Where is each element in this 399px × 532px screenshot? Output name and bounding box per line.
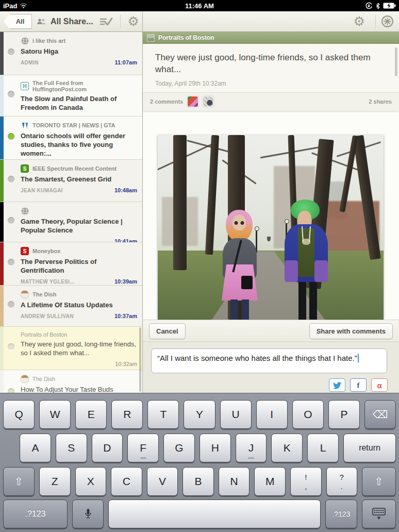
key-i[interactable]: I — [256, 400, 288, 429]
back-button-label: All — [16, 18, 25, 25]
slate-icon: S — [21, 247, 29, 255]
numbers-key[interactable]: .?123 — [3, 500, 68, 528]
key-c[interactable]: C — [111, 467, 142, 496]
key-p[interactable]: P — [328, 400, 360, 429]
key-exclaim-comma[interactable]: !, — [290, 467, 322, 496]
dictation-key[interactable] — [72, 500, 104, 528]
timestamp: 10:32am — [115, 361, 137, 367]
twitter-share-button[interactable] — [329, 378, 345, 392]
feed-name: TORONTO STAR | NEWS | GTA — [32, 122, 115, 128]
key-z[interactable]: Z — [39, 467, 71, 496]
list-item[interactable]: The Dish How To Adjust Your Taste Buds — [0, 370, 142, 393]
key-b[interactable]: B — [182, 467, 214, 496]
timestamp: 10:48am — [114, 187, 137, 193]
battery-charging-icon — [383, 3, 396, 9]
author: JEAN KUMAGAI — [21, 188, 63, 193]
share-toolbar: Cancel Share with comments — [143, 320, 399, 342]
key-l[interactable]: L — [307, 434, 339, 462]
list-item[interactable]: i like this art Satoru Higa ADMIN11:07am — [0, 32, 142, 75]
feed-color-stripe — [0, 117, 4, 159]
feed-color-stripe — [0, 286, 4, 326]
commenter-avatar[interactable] — [203, 96, 214, 107]
key-m[interactable]: M — [254, 467, 286, 496]
comment-input[interactable]: “All I want is someone who hates all the… — [151, 348, 387, 373]
onscreen-keyboard: Q W E R T Y U I O P ⌫ A S D F G H J K L … — [0, 393, 399, 532]
sidebar-scrollbar[interactable] — [139, 327, 141, 392]
numbers-key[interactable]: .?123 — [325, 500, 357, 528]
dismiss-keyboard-key[interactable] — [362, 500, 396, 528]
gear-icon[interactable]: ⚙ — [128, 15, 139, 28]
nav-bar: All All Share... ⚙ ⚙ — [0, 11, 399, 32]
article-title: They were just good, long-time friends, … — [21, 340, 137, 358]
key-o[interactable]: O — [292, 400, 324, 429]
key-v[interactable]: V — [147, 467, 178, 496]
key-d[interactable]: D — [92, 434, 123, 462]
mark-all-read-icon[interactable] — [99, 17, 113, 26]
key-j[interactable]: J — [236, 434, 267, 462]
shares-count[interactable]: 2 shares — [369, 98, 392, 105]
key-question-period[interactable]: ?. — [326, 467, 358, 496]
unread-dot — [8, 388, 14, 393]
list-item-selected[interactable]: Portraits of Boston They were just good,… — [0, 327, 142, 370]
facebook-share-button[interactable]: f — [350, 378, 367, 392]
feed-color-stripe — [0, 160, 4, 202]
key-q[interactable]: Q — [3, 400, 35, 429]
microphone-icon — [85, 508, 92, 520]
globe-icon — [21, 37, 29, 45]
key-n[interactable]: N — [219, 467, 250, 496]
key-h[interactable]: H — [200, 434, 231, 462]
list-item[interactable]: SMoneybox The Perverse Politics of Gentr… — [0, 242, 142, 286]
cancel-button[interactable]: Cancel — [149, 323, 186, 339]
return-key[interactable]: return — [343, 434, 396, 462]
key-k[interactable]: K — [271, 434, 303, 462]
feed-color-stripe — [0, 327, 4, 370]
timestamp: 10:37am — [114, 313, 137, 319]
key-r[interactable]: R — [111, 400, 143, 429]
article-header: They were just good, long-time friends, … — [143, 44, 399, 92]
gear-icon[interactable]: ⚙ — [354, 15, 365, 28]
key-a[interactable]: A — [20, 434, 51, 462]
key-u[interactable]: U — [220, 400, 252, 429]
list-item[interactable]: SIEEE Spectrum Recent Content The Smarte… — [0, 160, 142, 202]
compass-icon[interactable] — [381, 15, 394, 28]
key-t[interactable]: T — [147, 400, 179, 429]
space-key[interactable] — [108, 500, 321, 528]
article-meta-row: 2 comments 2 shares — [143, 92, 399, 111]
feed-color-stripe — [0, 370, 4, 393]
feed-color-stripe — [0, 75, 4, 116]
list-title: All Share... — [51, 17, 93, 26]
backspace-key[interactable]: ⌫ — [364, 400, 396, 429]
comments-count[interactable]: 2 comments — [150, 98, 183, 105]
dish-dog-icon — [21, 290, 29, 298]
share-with-comments-button[interactable]: Share with comments — [309, 323, 393, 339]
ieee-spectrum-icon: S — [21, 164, 29, 173]
keyboard-dismiss-icon — [372, 508, 386, 520]
dish-dog-icon — [21, 375, 29, 383]
article-title: They were just good, long-time friends, … — [155, 52, 387, 76]
list-item[interactable]: HThe Full Feed from HuffingtonPost.com T… — [0, 75, 142, 117]
list-item[interactable]: TORONTO STAR | NEWS | GTA Ontario school… — [0, 117, 142, 160]
feed-name: Portraits of Boston — [21, 331, 68, 338]
list-item[interactable]: Game Theory, Popular Science | Popular S… — [0, 202, 142, 242]
author: MATTHEW YGLESI... — [21, 279, 75, 285]
back-button[interactable]: All — [3, 14, 32, 29]
clock: 11:46 AM — [0, 2, 399, 10]
key-g[interactable]: G — [163, 434, 195, 462]
author: ANDREW SULLIVAN — [21, 313, 74, 319]
key-e[interactable]: E — [75, 400, 107, 429]
key-x[interactable]: X — [75, 467, 107, 496]
article-title: Ontario schools will offer gender studie… — [21, 132, 137, 158]
key-s[interactable]: S — [56, 434, 87, 462]
app-screen: iPad 11:46 AM All All S — [0, 0, 399, 532]
key-f[interactable]: F — [127, 434, 159, 462]
content-scrollbar[interactable] — [395, 47, 397, 76]
commenter-avatar[interactable] — [187, 96, 198, 107]
shift-key[interactable]: ⇧ — [362, 467, 396, 496]
appnet-share-button[interactable]: α — [371, 378, 388, 392]
shift-key[interactable]: ⇧ — [3, 467, 35, 496]
key-w[interactable]: W — [39, 400, 71, 429]
text-cursor — [358, 354, 359, 362]
list-item[interactable]: The Dish A Lifetime Of Status Updates AN… — [0, 286, 142, 327]
key-y[interactable]: Y — [184, 400, 215, 429]
feed-name: Moneybox — [32, 248, 60, 254]
